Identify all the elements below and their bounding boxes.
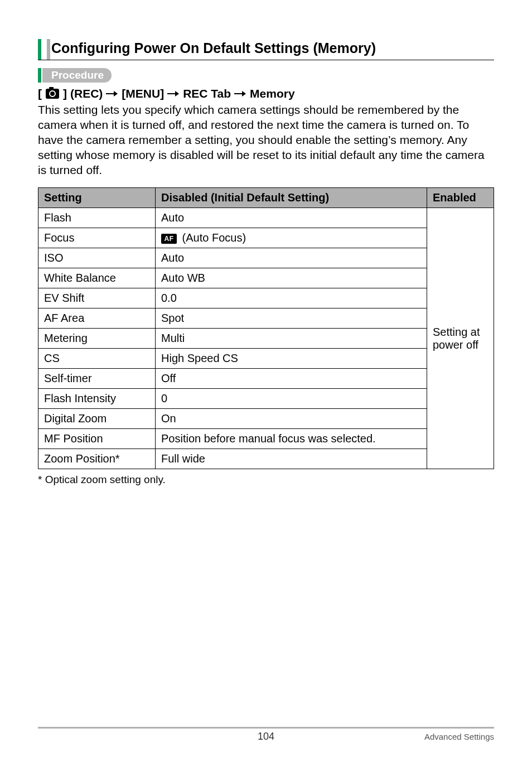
cell-setting: Flash: [38, 208, 156, 228]
cell-setting: Zoom Position*: [38, 449, 156, 469]
arrow-icon: [106, 90, 118, 97]
cell-setting: White Balance: [38, 268, 156, 288]
page-footer: 104 Advanced Settings: [0, 727, 532, 741]
table-header-setting: Setting: [38, 188, 156, 208]
breadcrumb: [ ] (REC) [MENU] REC Tab Memory: [38, 87, 494, 100]
heading-accent-green: [38, 39, 41, 60]
heading-accent-gray: [47, 39, 50, 60]
cell-disabled: Position before manual focus was selecte…: [156, 429, 427, 449]
cell-setting: Digital Zoom: [38, 409, 156, 429]
table-row: AF AreaSpot: [38, 308, 494, 329]
cell-disabled: Auto WB: [156, 268, 427, 288]
cell-setting: ISO: [38, 248, 156, 268]
cell-setting: Flash Intensity: [38, 389, 156, 409]
procedure-accent-green: [38, 68, 41, 83]
table-header-disabled: Disabled (Initial Default Setting): [156, 188, 427, 208]
footnote: * Optical zoom setting only.: [38, 474, 494, 486]
table-row: MeteringMulti: [38, 329, 494, 349]
footer-divider: [38, 727, 494, 729]
table-row: Zoom Position*Full wide: [38, 449, 494, 469]
af-icon: AF: [161, 234, 177, 244]
cell-disabled: 0: [156, 389, 427, 409]
table-row: FlashAutoSetting at power off: [38, 208, 494, 228]
table-row: White BalanceAuto WB: [38, 268, 494, 288]
cell-disabled: High Speed CS: [156, 349, 427, 369]
procedure-label-row: Procedure: [38, 68, 494, 83]
arrow-icon: [234, 90, 246, 97]
cell-setting: Metering: [38, 329, 156, 349]
procedure-pill: Procedure: [46, 68, 112, 83]
breadcrumb-bracket-close: ]: [63, 87, 67, 100]
footnote-text: Optical zoom setting only.: [45, 474, 166, 485]
settings-table: Setting Disabled (Initial Default Settin…: [38, 187, 494, 469]
table-row: MF PositionPosition before manual focus …: [38, 429, 494, 449]
cell-setting: EV Shift: [38, 288, 156, 308]
table-header-row: Setting Disabled (Initial Default Settin…: [38, 188, 494, 208]
table-row: Self-timerOff: [38, 369, 494, 389]
cell-setting: CS: [38, 349, 156, 369]
cell-disabled: 0.0: [156, 288, 427, 308]
footnote-marker: *: [38, 474, 42, 485]
arrow-icon: [167, 90, 180, 97]
table-row: FocusAF (Auto Focus): [38, 228, 494, 248]
table-row: ISOAuto: [38, 248, 494, 268]
cell-setting: Focus: [38, 228, 156, 248]
cell-disabled: AF (Auto Focus): [156, 228, 427, 248]
breadcrumb-tab: REC Tab: [183, 87, 231, 100]
table-row: EV Shift0.0: [38, 288, 494, 308]
breadcrumb-dest: Memory: [250, 87, 295, 100]
table-header-enabled: Enabled: [427, 188, 494, 208]
cell-disabled-text: (Auto Focus): [179, 232, 246, 244]
table-row: Digital ZoomOn: [38, 409, 494, 429]
heading-underline: [38, 60, 494, 60]
cell-disabled: Off: [156, 369, 427, 389]
breadcrumb-menu: [MENU]: [122, 87, 164, 100]
section-heading-row: Configuring Power On Default Settings (M…: [38, 39, 494, 60]
cell-disabled: Auto: [156, 248, 427, 268]
table-row: CSHigh Speed CS: [38, 349, 494, 369]
cell-disabled: Full wide: [156, 449, 427, 469]
cell-disabled: On: [156, 409, 427, 429]
cell-enabled: Setting at power off: [427, 208, 494, 469]
footer-page-number: 104: [0, 731, 532, 742]
breadcrumb-rec: (REC): [70, 87, 103, 100]
table-row: Flash Intensity0: [38, 389, 494, 409]
body-paragraph: This setting lets you specify which came…: [38, 103, 494, 177]
cell-setting: AF Area: [38, 308, 156, 329]
cell-disabled: Multi: [156, 329, 427, 349]
cell-setting: Self-timer: [38, 369, 156, 389]
cell-setting: MF Position: [38, 429, 156, 449]
breadcrumb-bracket-open: [: [38, 87, 42, 100]
cell-disabled: Auto: [156, 208, 427, 228]
section-heading: Configuring Power On Default Settings (M…: [51, 39, 494, 60]
camera-icon: [46, 89, 59, 99]
cell-disabled: Spot: [156, 308, 427, 329]
